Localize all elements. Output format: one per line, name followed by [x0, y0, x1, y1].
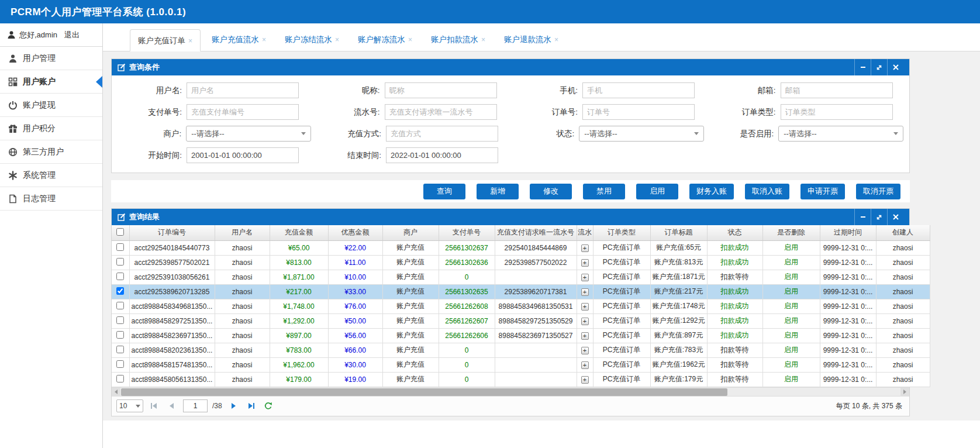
row-checkbox[interactable] [116, 375, 124, 382]
sidebar-item-third-party[interactable]: 第三方用户 [0, 140, 102, 164]
table-row[interactable]: acct8988458202361350...zhaosi¥783.00¥66.… [112, 343, 930, 357]
minimize-icon[interactable] [854, 59, 871, 75]
sidebar-item-points[interactable]: 用户积分 [0, 117, 102, 140]
scroll-left-icon[interactable] [112, 388, 120, 397]
maximize-icon[interactable] [871, 209, 887, 225]
expand-row-icon[interactable]: + [581, 259, 589, 267]
end-time-input[interactable] [386, 147, 498, 163]
row-checkbox[interactable] [116, 360, 124, 368]
table-row[interactable]: acct8988458056131350...zhaosi¥179.00¥19.… [112, 372, 930, 387]
minimize-icon[interactable] [854, 209, 871, 225]
expand-row-icon[interactable]: + [581, 332, 589, 340]
finance-entry-button[interactable]: 财务入账 [689, 184, 734, 199]
row-checkbox[interactable] [116, 287, 124, 295]
cell-order-title: 账户充值:813元 [650, 255, 707, 270]
sidebar-item-user-management[interactable]: 用户管理 [0, 47, 102, 70]
table-row[interactable]: acct2925401845440773zhaosi¥65.00¥22.00账户… [112, 240, 930, 255]
disable-button[interactable]: 禁用 [583, 184, 625, 199]
column-header: 是否删除 [762, 225, 820, 240]
tab-close-icon[interactable]: × [262, 36, 266, 44]
query-form: 用户名: 昵称: 手机: 邮箱: 支付单号: 流水号: 订单号: 订单类型: [112, 75, 909, 173]
table-row[interactable]: acct8988458236971350...zhaosi¥897.00¥56.… [112, 328, 930, 343]
email-input[interactable] [781, 82, 893, 98]
tab-close-icon[interactable]: × [335, 36, 339, 44]
table-row[interactable]: acct8988458349681350...zhaosi¥1,748.00¥7… [112, 299, 930, 313]
add-button[interactable]: 新增 [477, 184, 519, 199]
next-page-icon[interactable] [227, 399, 240, 412]
refresh-icon[interactable] [262, 399, 275, 412]
row-checkbox[interactable] [116, 331, 124, 339]
close-icon[interactable] [887, 209, 903, 225]
cancel-invoice-button[interactable]: 取消开票 [856, 184, 900, 199]
tab-recharge-flow[interactable]: 账户充值流水× [204, 29, 274, 51]
row-checkbox[interactable] [116, 273, 124, 280]
row-checkbox[interactable] [116, 258, 124, 266]
enabled-select[interactable]: --请选择-- [778, 126, 903, 142]
expand-row-icon[interactable]: + [581, 361, 589, 369]
sidebar-item-withdraw[interactable]: 账户提现 [0, 94, 102, 117]
tab-close-icon[interactable]: × [408, 36, 412, 44]
username-input[interactable] [187, 82, 299, 98]
cancel-entry-button[interactable]: 取消入账 [745, 184, 789, 199]
column-header: 过期时间 [820, 225, 876, 240]
row-checkbox[interactable] [116, 243, 124, 251]
sidebar-item-system[interactable]: 系统管理 [0, 164, 102, 187]
table-row[interactable]: acct8988458297251350...zhaosi¥1,292.00¥5… [112, 313, 930, 328]
table-row[interactable]: acct2925398577502021zhaosi¥813.00¥11.00账… [112, 255, 930, 270]
prev-page-icon[interactable] [165, 399, 178, 412]
row-checkbox[interactable] [116, 302, 124, 309]
row-checkbox[interactable] [116, 346, 124, 353]
order-no-input[interactable] [582, 104, 695, 120]
tab-freeze-flow[interactable]: 账户冻结流水× [277, 29, 347, 51]
start-time-input[interactable] [187, 147, 299, 163]
phone-input[interactable] [582, 82, 695, 98]
select-all-checkbox[interactable] [116, 228, 124, 236]
tab-refund-flow[interactable]: 账户退款流水× [496, 29, 566, 51]
maximize-icon[interactable] [871, 59, 887, 75]
flow-no-input[interactable] [385, 104, 497, 120]
page-size-select[interactable]: 10 [116, 399, 143, 412]
search-button[interactable]: 查询 [423, 184, 465, 199]
tab-close-icon[interactable]: × [188, 37, 192, 45]
start-time-label: 开始时间: [112, 150, 187, 161]
tab-deduction-flow[interactable]: 账户扣款流水× [423, 29, 493, 51]
expand-row-icon[interactable]: + [581, 274, 589, 281]
edit-button[interactable]: 修改 [530, 184, 572, 199]
pay-no-input[interactable] [187, 104, 299, 120]
tab-unfreeze-flow[interactable]: 账户解冻流水× [350, 29, 420, 51]
horizontal-scrollbar[interactable] [112, 387, 909, 396]
cell-deleted: 启用 [762, 372, 820, 387]
nickname-input[interactable] [385, 82, 497, 98]
email-label: 邮箱: [706, 85, 781, 96]
expand-row-icon[interactable]: + [581, 288, 589, 296]
scroll-right-icon[interactable] [900, 388, 909, 397]
merchant-select[interactable]: --请选择-- [186, 126, 311, 142]
row-checkbox[interactable] [116, 316, 124, 324]
expand-row-icon[interactable]: + [581, 244, 589, 252]
expand-row-icon[interactable]: + [581, 303, 589, 311]
status-select[interactable]: --请选择-- [579, 126, 704, 142]
cell-creator: zhaosi [876, 343, 930, 357]
sidebar-item-logs[interactable]: 日志管理 [0, 187, 102, 211]
scrollbar-thumb[interactable] [121, 388, 727, 396]
table-row[interactable]: acct8988458157481350...zhaosi¥1,962.00¥3… [112, 357, 930, 372]
request-invoice-button[interactable]: 申请开票 [800, 184, 845, 199]
expand-row-icon[interactable]: + [581, 347, 589, 354]
first-page-icon[interactable] [148, 399, 161, 412]
enable-button[interactable]: 启用 [636, 184, 678, 199]
select-all-header[interactable] [112, 225, 129, 240]
logout-link[interactable]: 退出 [64, 30, 80, 40]
close-icon[interactable] [887, 59, 903, 75]
tab-close-icon[interactable]: × [481, 36, 485, 44]
tab-close-icon[interactable]: × [554, 36, 558, 44]
table-row[interactable]: acct2925389620713285zhaosi¥217.00¥33.00账… [112, 284, 930, 299]
expand-row-icon[interactable]: + [581, 376, 589, 384]
sidebar-item-user-accounts[interactable]: 用户账户 [0, 70, 102, 94]
expand-row-icon[interactable]: + [581, 318, 589, 325]
order-type-input[interactable] [781, 104, 893, 120]
recharge-method-input[interactable] [386, 126, 498, 142]
table-row[interactable]: acct2925391038056261zhaosi¥1,871.00¥10.0… [112, 270, 930, 284]
tab-recharge-orders[interactable]: 账户充值订单× [130, 29, 201, 51]
page-number-input[interactable] [183, 399, 208, 412]
last-page-icon[interactable] [244, 399, 257, 412]
